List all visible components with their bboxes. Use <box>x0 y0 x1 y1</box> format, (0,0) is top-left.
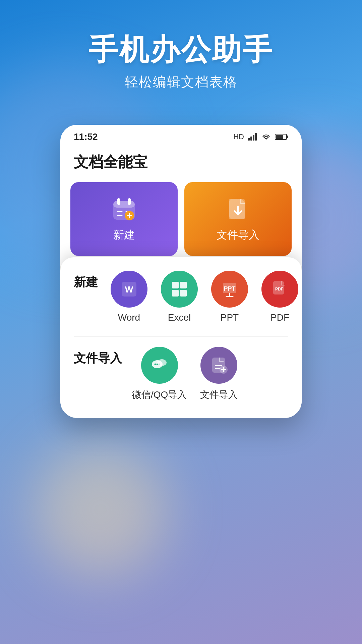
svg-rect-1 <box>250 137 252 141</box>
popup-new-label-area: 新建 <box>74 271 101 301</box>
svg-text:PDF: PDF <box>275 287 283 291</box>
popup-overlay: 新建 W Word <box>60 257 302 418</box>
file-import-label: 文件导入 <box>200 388 238 401</box>
popup-new-section: 新建 W Word <box>74 271 288 336</box>
signal-icon <box>248 133 257 141</box>
ppt-icon-circle: PPT <box>211 271 248 308</box>
popup-word-item[interactable]: W Word <box>111 271 147 323</box>
svg-rect-37 <box>180 282 187 288</box>
popup-new-icons: W Word Excel <box>111 271 298 323</box>
svg-rect-6 <box>276 135 283 139</box>
word-label: Word <box>118 312 140 323</box>
ppt-label: PPT <box>221 312 239 323</box>
popup-divider <box>74 336 288 337</box>
popup-pdf-item[interactable]: PDF PDF <box>261 271 298 323</box>
svg-rect-0 <box>248 138 250 141</box>
excel-label: Excel <box>168 312 191 323</box>
status-time: 11:52 <box>74 131 98 142</box>
new-button[interactable]: 新建 <box>70 182 178 256</box>
pdf-label: PDF <box>270 312 289 323</box>
popup-ppt-item[interactable]: PPT PPT <box>211 271 248 323</box>
main-actions-row: 新建 文件导入 <box>60 182 302 266</box>
main-subtitle: 轻松编辑文档表格 <box>20 73 342 91</box>
svg-point-50 <box>157 359 167 366</box>
svg-rect-39 <box>180 290 187 297</box>
svg-text:W: W <box>125 284 133 294</box>
svg-rect-36 <box>172 282 179 288</box>
file-import-icon-circle <box>200 347 237 384</box>
svg-rect-9 <box>117 198 120 205</box>
phone-mockup: 11:52 HD <box>60 125 302 418</box>
svg-text:PPT: PPT <box>224 285 235 292</box>
new-label: 新建 <box>113 228 135 243</box>
import-button[interactable]: 文件导入 <box>184 182 292 256</box>
svg-rect-8 <box>113 201 135 208</box>
svg-point-47 <box>155 364 156 365</box>
pdf-icon-circle: PDF <box>261 271 298 308</box>
battery-icon <box>275 133 288 141</box>
popup-file-import-item[interactable]: 文件导入 <box>200 347 238 401</box>
popup-import-label-area: 文件导入 <box>74 347 122 377</box>
bg-decoration-3 <box>34 443 168 577</box>
word-icon-circle: W <box>111 271 147 308</box>
new-icon <box>111 196 137 222</box>
hd-icon: HD <box>233 132 244 141</box>
popup-import-title: 文件导入 <box>74 350 122 367</box>
status-bar: 11:52 HD <box>60 125 302 146</box>
wechat-icon-circle <box>141 347 178 384</box>
popup-wechat-item[interactable]: 微信/QQ导入 <box>132 347 187 401</box>
popup-excel-item[interactable]: Excel <box>161 271 198 323</box>
svg-rect-10 <box>128 198 131 205</box>
svg-rect-5 <box>287 136 288 138</box>
wechat-label: 微信/QQ导入 <box>132 388 187 401</box>
status-icons-group: HD <box>233 132 288 141</box>
app-header-area: 手机办公助手 轻松编辑文档表格 <box>0 0 362 111</box>
svg-rect-38 <box>172 290 179 297</box>
app-title-section: 文档全能宝 <box>60 146 302 182</box>
import-icon <box>225 196 251 222</box>
popup-import-section: 文件导入 微信/QQ导入 <box>74 347 288 401</box>
popup-new-title: 新建 <box>74 274 101 290</box>
excel-icon-circle <box>161 271 198 308</box>
svg-rect-2 <box>253 135 254 141</box>
popup-import-icons: 微信/QQ导入 文 <box>132 347 238 401</box>
svg-rect-3 <box>255 133 257 141</box>
app-name: 文档全能宝 <box>74 152 288 172</box>
wifi-icon <box>261 133 271 141</box>
main-title: 手机办公助手 <box>20 34 342 66</box>
import-label: 文件导入 <box>217 228 259 243</box>
